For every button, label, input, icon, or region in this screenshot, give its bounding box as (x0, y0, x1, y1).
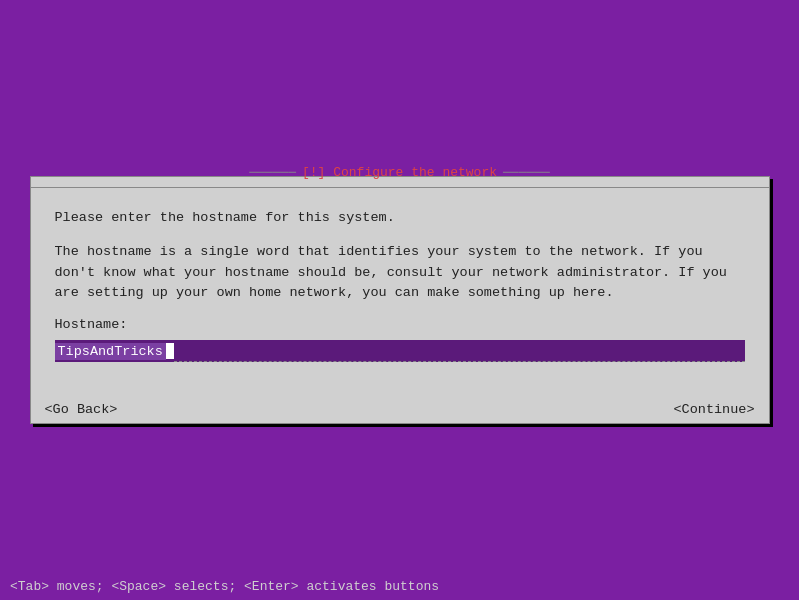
description-line2: The hostname is a single word that ident… (55, 242, 745, 303)
status-bar: <Tab> moves; <Space> selects; <Enter> ac… (0, 572, 799, 600)
description-line1: Please enter the hostname for this syste… (55, 208, 745, 228)
dialog-title: [!] Configure the network (302, 165, 497, 180)
continue-button[interactable]: <Continue> (667, 400, 760, 419)
hostname-label: Hostname: (55, 317, 745, 332)
title-left-bracket: ────── (249, 165, 296, 180)
dialog-buttons: <Go Back> <Continue> (31, 396, 769, 423)
hostname-input[interactable]: TipsAndTricks (55, 340, 745, 362)
text-cursor (166, 343, 174, 359)
hostname-remaining (174, 340, 745, 362)
dialog-title-bar: ────── [!] Configure the network ────── (249, 165, 550, 180)
status-bar-text: <Tab> moves; <Space> selects; <Enter> ac… (10, 579, 439, 594)
go-back-button[interactable]: <Go Back> (39, 400, 124, 419)
title-right-bracket: ────── (503, 165, 550, 180)
hostname-value: TipsAndTricks (55, 343, 166, 360)
dialog-content: Please enter the hostname for this syste… (31, 188, 769, 396)
dialog-container: ────── [!] Configure the network ────── … (30, 176, 770, 424)
